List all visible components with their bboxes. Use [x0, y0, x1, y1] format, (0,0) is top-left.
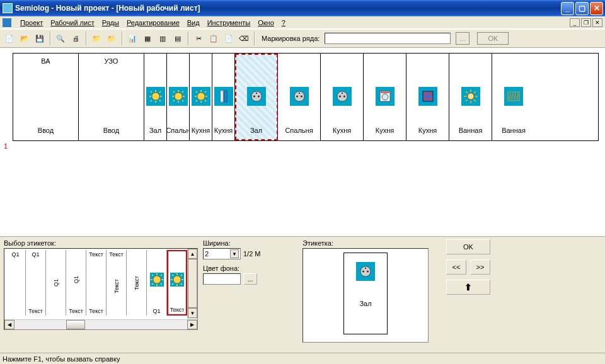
scroll-left-icon[interactable]: ◀ [4, 320, 14, 329]
selector-hscroll[interactable]: ◀ ▶ [4, 319, 197, 329]
scroll-down-icon[interactable]: ▼ [188, 308, 197, 318]
tb-preview-icon[interactable]: 🔍 [54, 31, 67, 45]
picker-cell[interactable]: Q1 [46, 250, 66, 316]
mdi-min-button[interactable]: _ [570, 18, 580, 27]
tb-grid2-icon[interactable]: ▥ [156, 31, 170, 45]
status-text: Нажмите F1, чтобы вызвать справку [3, 355, 120, 363]
mdi-doc-icon[interactable] [3, 18, 11, 27]
cell-bottom-text: Спальня [285, 127, 313, 134]
strip-cell[interactable]: Кухня [212, 54, 235, 140]
label-selector[interactable]: Q1Q1ТекстQ1Q1ТекстТекстТекстТекстТекстТе… [4, 248, 198, 330]
picker-cell[interactable]: ТекстТекст [86, 250, 107, 316]
cell-bottom-text: Ввод [103, 127, 119, 134]
picker-cell[interactable]: Q1Текст [66, 250, 86, 316]
row-marking-ok-button[interactable]: OK [477, 32, 509, 45]
strip-cell[interactable]: Кухня [406, 54, 449, 140]
scroll-up-icon[interactable]: ▲ [188, 249, 197, 259]
menu-view[interactable]: Вид [187, 19, 200, 26]
tb-erase-icon[interactable]: ⌫ [237, 31, 251, 45]
tb-save-icon[interactable]: 💾 [33, 31, 47, 45]
picker-cell[interactable]: Текст [127, 250, 147, 316]
tb-copy-icon[interactable]: 📋 [207, 31, 221, 45]
hscroll-thumb[interactable] [66, 320, 85, 329]
strip-cell[interactable]: Кухня [364, 54, 406, 140]
bg-label: Цвет фона: [203, 264, 297, 272]
strip-cell[interactable]: Ванная [492, 54, 535, 140]
up-button[interactable]: ⬆ [446, 280, 490, 295]
row-marking-label: Маркировка ряда: [262, 35, 320, 42]
strip-cell[interactable]: Спальн [167, 54, 190, 140]
picker-cell[interactable]: ТекстТекст [107, 250, 127, 316]
picker-cell[interactable]: Q1 [147, 250, 167, 316]
bg-color-browse-button[interactable]: ... [243, 273, 257, 285]
selector-label: Выбор этикеток: [4, 239, 198, 247]
tb-grid3-icon[interactable]: ▤ [171, 31, 185, 45]
label-preview: Зал [302, 248, 429, 343]
prev-button[interactable]: << [446, 259, 466, 275]
ok-button[interactable]: OK [446, 239, 490, 254]
menu-tools[interactable]: Инструменты [207, 19, 251, 26]
strip-cell[interactable]: Кухня [190, 54, 212, 140]
vscroll-thumb[interactable] [188, 259, 197, 308]
picker-cell[interactable]: Q1Текст [26, 250, 46, 316]
socket-icon [333, 87, 352, 106]
width-label: Ширина: [203, 239, 297, 247]
bar-icon [214, 87, 233, 106]
menubar: Проект Рабочий лист Ряды Редактирование … [0, 16, 605, 29]
strip-cell[interactable]: Кухня [321, 54, 364, 140]
picker-cell[interactable]: Текст [167, 250, 187, 316]
cell-bottom-text: Ввод [38, 127, 54, 134]
cell-top-text: УЗО [105, 57, 118, 66]
width-combo[interactable]: 2 ▼ [203, 248, 241, 259]
strip-cell[interactable]: Ванная [449, 54, 492, 140]
tb-cut-icon[interactable]: ✂ [192, 31, 205, 45]
selector-vscroll[interactable]: ▲ ▼ [187, 249, 197, 319]
tb-paste-icon[interactable]: 📄 [222, 31, 236, 45]
row-marking-browse-button[interactable]: ... [456, 32, 470, 45]
preview-text: Зал [359, 300, 371, 307]
lamp-icon [146, 87, 165, 106]
picker-cell[interactable]: Q1 [6, 250, 26, 316]
washer-icon [376, 87, 395, 106]
scroll-right-icon[interactable]: ▶ [187, 320, 197, 329]
preview-label: Этикетка: [302, 239, 429, 247]
next-button[interactable]: >> [470, 259, 490, 275]
minimize-button[interactable]: _ [561, 2, 574, 15]
strip-cell[interactable]: Спальня [278, 54, 321, 140]
dropdown-icon[interactable]: ▼ [230, 249, 239, 258]
cell-bottom-text: Спальн [167, 127, 190, 134]
tb-open-icon[interactable]: 📂 [18, 31, 32, 45]
worksheet-canvas[interactable]: 1 ВАВводУЗОВводЗалСпальнКухняКухняЗалСпа… [0, 48, 605, 237]
menu-worksheet[interactable]: Рабочий лист [50, 19, 94, 26]
tb-folder2-icon[interactable]: 📁 [105, 31, 118, 45]
label-strip: ВАВводУЗОВводЗалСпальнКухняКухняЗалСпаль… [13, 53, 599, 141]
mdi-close-button[interactable]: ✕ [592, 18, 602, 27]
row-number: 1 [4, 142, 8, 150]
menu-project[interactable]: Проект [20, 19, 43, 26]
strip-cell[interactable]: УЗОВвод [79, 54, 144, 140]
sun-icon [461, 87, 480, 106]
preview-icon [356, 262, 375, 281]
tb-grid1-icon[interactable]: ▦ [141, 31, 154, 45]
close-button[interactable]: ✕ [590, 2, 603, 15]
menu-help[interactable]: ? [282, 19, 285, 26]
tb-chart-icon[interactable]: 📊 [125, 31, 139, 45]
window-title: Semiolog - Новый проект - [Новый рабочий… [15, 4, 561, 13]
cell-bottom-text: Кухня [418, 127, 437, 134]
strip-cell[interactable]: Зал [144, 54, 167, 140]
width-unit: 1/2 M [243, 250, 261, 258]
tb-folder1-icon[interactable]: 📁 [89, 31, 103, 45]
cell-top-text: ВА [41, 57, 50, 66]
mdi-restore-button[interactable]: ❐ [581, 18, 591, 27]
strip-cell[interactable]: ВАВвод [13, 54, 79, 140]
maximize-button[interactable]: ▢ [575, 2, 589, 15]
tb-new-icon[interactable]: 📄 [3, 31, 16, 45]
strip-cell[interactable]: Зал [235, 54, 278, 140]
row-marking-input[interactable] [325, 33, 451, 44]
cell-bottom-text: Кухня [333, 127, 351, 134]
bg-color-swatch[interactable] [203, 273, 241, 285]
menu-edit[interactable]: Редактирование [127, 19, 180, 26]
menu-rows[interactable]: Ряды [102, 19, 119, 26]
menu-window[interactable]: Окно [258, 19, 274, 26]
tb-print-icon[interactable]: 🖨 [69, 31, 83, 45]
